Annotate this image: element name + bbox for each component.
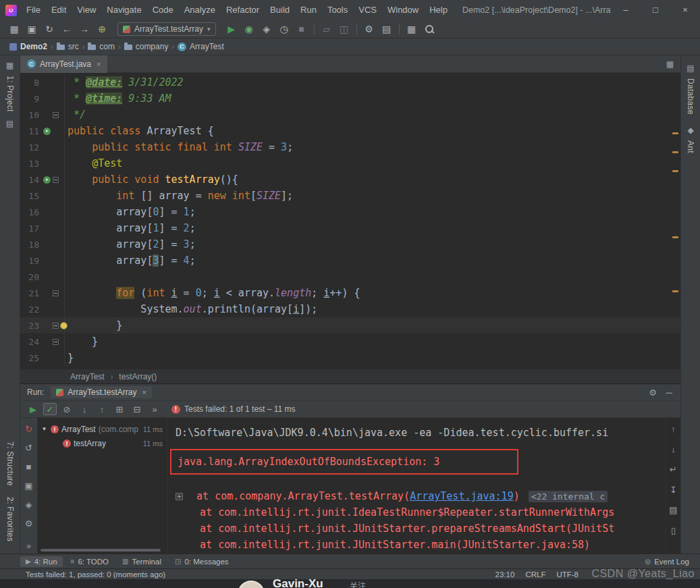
fold-icon[interactable] <box>53 290 59 296</box>
code-line[interactable]: 24 } <box>20 333 680 350</box>
forward-icon[interactable]: → <box>76 20 93 38</box>
stop-process-icon[interactable]: ■ <box>23 461 35 472</box>
editor-breadcrumb-item[interactable]: ArrayTest <box>69 372 106 381</box>
collapse-all-icon[interactable]: ⊟ <box>130 402 144 416</box>
sort-by-duration-icon[interactable]: ↓ <box>77 402 92 416</box>
settings-icon[interactable]: ⚙ <box>23 518 35 529</box>
breadcrumb-item-demo2[interactable]: Demo2 <box>9 42 47 51</box>
coverage-icon[interactable]: ◈ <box>23 499 35 510</box>
sync-icon[interactable]: ↻ <box>41 20 58 38</box>
maximize-icon[interactable]: □ <box>641 0 670 20</box>
console[interactable]: D:\Software\Java\JDK9.0.4\bin\java.exe -… <box>167 418 666 554</box>
back-icon[interactable]: ← <box>58 20 76 38</box>
up-stack-icon[interactable]: ↑ <box>666 422 681 435</box>
toolwindow-favorites-button[interactable]: 2: Favorites <box>5 497 15 541</box>
wrench-icon[interactable]: ⚙ <box>360 20 378 38</box>
code-line[interactable]: 15 int [] array = new int[SIZE]; <box>20 188 680 204</box>
menu-vcs[interactable]: VCS <box>353 0 382 20</box>
coverage-icon[interactable]: ◈ <box>258 20 275 38</box>
console-line[interactable]: + at com.company.ArrayTest.testArray(Arr… <box>176 488 666 504</box>
breadcrumb-item-company[interactable]: company <box>124 42 169 51</box>
tree-scrollbar[interactable] <box>41 549 161 552</box>
fold-icon[interactable] <box>53 177 59 183</box>
breadcrumb-item-arraytest[interactable]: CArrayTest <box>178 42 224 51</box>
expand-all-icon[interactable]: ⊞ <box>112 402 127 416</box>
tab-arraytest-java[interactable]: C ArrayTest.java × <box>20 55 107 73</box>
close-icon[interactable]: × <box>670 0 700 20</box>
warning-stripe-mark[interactable] <box>672 151 678 153</box>
editor-layout-icon[interactable]: ▦ <box>666 59 674 69</box>
test-tree-item[interactable]: !testArray11 ms <box>38 436 167 450</box>
warning-stripe-mark[interactable] <box>672 170 678 172</box>
console-line[interactable]: java.lang.ArrayIndexOutOfBoundsException… <box>178 454 511 470</box>
toolwindow-structure-button[interactable]: 7: Structure <box>5 442 15 486</box>
clear-console-icon[interactable]: ▯ <box>666 523 681 537</box>
save-all-icon[interactable]: ▣ <box>23 20 41 38</box>
menu-build[interactable]: Build <box>265 0 295 20</box>
code-line[interactable]: 19 array[3] = 4; <box>20 252 680 269</box>
menu-window[interactable]: Window <box>382 0 424 20</box>
code-line[interactable]: 23 } <box>20 317 680 333</box>
hide-panel-icon[interactable]: ─ <box>666 387 672 398</box>
search-icon[interactable] <box>421 20 438 38</box>
fold-icon[interactable] <box>53 339 59 345</box>
warning-stripe-mark[interactable] <box>672 236 678 238</box>
auto-test-icon[interactable]: ↺ <box>23 442 35 453</box>
menu-run[interactable]: Run <box>295 0 322 20</box>
line-ending-indicator[interactable]: CRLF <box>525 570 545 579</box>
warning-stripe-mark[interactable] <box>672 132 678 134</box>
encoding-indicator[interactable]: UTF-8 <box>556 570 578 579</box>
menu-tools[interactable]: Tools <box>322 0 353 20</box>
code-line[interactable]: 17 array[1] = 2; <box>20 220 680 236</box>
dump-threads-icon[interactable]: ▣ <box>23 480 35 491</box>
step-icon[interactable]: ▱ <box>318 20 335 38</box>
error-stripe[interactable] <box>671 73 680 369</box>
toolwindow-button-event-log[interactable]: ◎Event Log <box>639 556 695 567</box>
test-tree-item[interactable]: ▼!ArrayTest(com.comp11 ms <box>38 422 167 436</box>
run-icon[interactable]: ▶ <box>223 20 240 38</box>
menu-navigate[interactable]: Navigate <box>101 0 146 20</box>
layout-icon[interactable]: ▦ <box>403 20 421 38</box>
intention-bulb-icon[interactable] <box>60 322 68 329</box>
stacktrace-link[interactable]: ArrayTest.java:19 <box>410 490 514 502</box>
editor-breadcrumb-item[interactable]: testArray() <box>117 372 158 381</box>
menu-help[interactable]: Help <box>424 0 453 20</box>
open-icon[interactable]: ▦ <box>5 20 23 38</box>
code-line[interactable]: 22 System.out.println(array[i]); <box>20 301 680 317</box>
code-line[interactable]: 16 array[0] = 1; <box>20 204 680 220</box>
code-editor[interactable]: 8 * @date: 3/31/20229 * @time: 9:33 AM10… <box>20 73 680 369</box>
code-line[interactable]: 12 public static final int SIZE = 3; <box>20 139 680 155</box>
toolwindow-project-button[interactable]: 1: Project <box>5 76 15 112</box>
warning-stripe-mark[interactable] <box>672 290 678 292</box>
toolwindow-database-button[interactable]: Database <box>686 78 695 115</box>
toolwindow-button-0-messages[interactable]: ◳0: Messages <box>169 556 234 567</box>
attach-icon[interactable]: ◫ <box>335 20 353 38</box>
menu-refactor[interactable]: Refactor <box>221 0 265 20</box>
console-line[interactable]: at com.intellij.rt.junit.IdeaTestRunner$… <box>176 504 666 520</box>
debug-icon[interactable]: ◉ <box>240 20 258 38</box>
menu-file[interactable]: File <box>21 0 46 20</box>
breadcrumb-item-com[interactable]: com <box>88 42 115 51</box>
code-line[interactable]: 21 for (int i = 0; i < array.length; i++… <box>20 285 680 301</box>
toolwindow-button-terminal[interactable]: ▥Terminal <box>117 556 167 567</box>
scroll-to-end-icon[interactable]: ↧ <box>666 483 681 496</box>
code-line[interactable]: 18 array[2] = 3; <box>20 236 680 252</box>
code-line[interactable]: 9 * @time: 9:33 AM <box>20 90 680 107</box>
code-line[interactable]: 11public class ArrayTest { <box>20 123 680 139</box>
console-line[interactable]: at com.intellij.rt.junit.JUnitStarter.ma… <box>176 537 666 553</box>
console-fold-icon[interactable]: + <box>176 493 183 500</box>
menu-edit[interactable]: Edit <box>46 0 72 20</box>
close-tab-icon[interactable]: × <box>97 60 101 68</box>
code-line[interactable]: 13 @Test <box>20 155 680 171</box>
console-line[interactable]: D:\Software\Java\JDK9.0.4\bin\java.exe -… <box>176 425 666 441</box>
stop-icon[interactable]: ■ <box>293 20 311 38</box>
code-line[interactable]: 8 * @date: 3/31/2022 <box>20 74 680 90</box>
more-icon[interactable]: » <box>20 541 37 551</box>
run-gutter-icon[interactable] <box>43 176 51 184</box>
project-structure-icon[interactable]: ▤ <box>378 20 396 38</box>
minimize-icon[interactable]: – <box>611 0 641 20</box>
console-line[interactable]: at com.intellij.rt.junit.JUnitStarter.pr… <box>176 520 666 537</box>
fold-icon[interactable] <box>53 112 59 118</box>
code-line[interactable]: 25} <box>20 350 680 366</box>
rerun-icon[interactable]: ▶ <box>26 402 41 416</box>
